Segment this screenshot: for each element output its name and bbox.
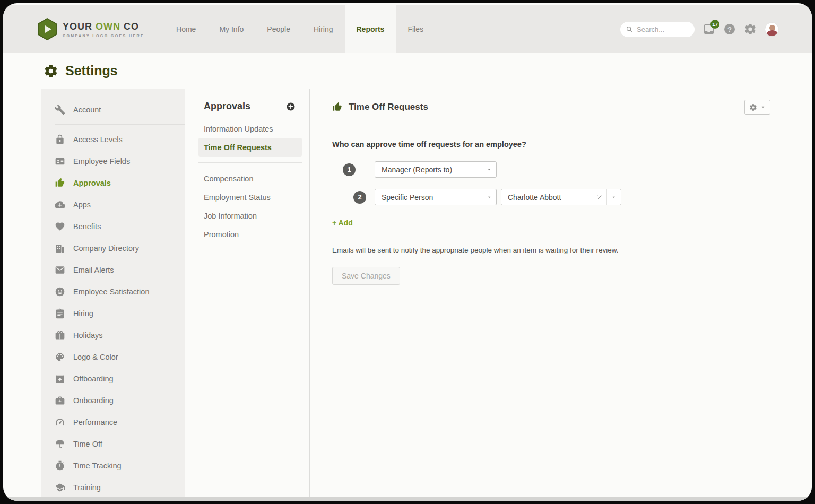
inbox-tray-icon[interactable]: 17 <box>703 23 715 36</box>
sidebar-item-logo-color[interactable]: Logo & Color <box>41 346 185 368</box>
sidebar-item-hiring[interactable]: Hiring <box>41 302 185 324</box>
subnav-item-information-updates[interactable]: Information Updates <box>198 119 302 138</box>
add-approver-link[interactable]: + Add <box>332 219 353 227</box>
nav-people[interactable]: People <box>255 5 302 53</box>
avatar[interactable] <box>765 22 779 37</box>
cloud-icon <box>55 199 65 210</box>
logo-subtitle: COMPANY LOGO GOES HERE <box>63 34 144 38</box>
sidebar-item-benefits[interactable]: Benefits <box>41 215 185 237</box>
sidebar-item-apps[interactable]: Apps <box>41 194 185 215</box>
graduation-cap-icon <box>55 482 65 493</box>
sidebar-item-time-off[interactable]: Time Off <box>41 433 185 455</box>
save-changes-button[interactable]: Save Changes <box>332 267 400 285</box>
thumbs-up-icon <box>332 102 343 112</box>
umbrella-icon <box>55 439 65 449</box>
company-logo[interactable]: YOUR OWN CO COMPANY LOGO GOES HERE <box>37 5 144 53</box>
sidebar-item-onboarding[interactable]: Onboarding <box>41 389 185 411</box>
panel-settings-menu-button[interactable] <box>744 100 770 115</box>
search-icon <box>626 25 633 33</box>
page-header: Settings <box>3 53 812 89</box>
subnav-item-employment-status[interactable]: Employment Status <box>198 188 302 206</box>
nav-files[interactable]: Files <box>396 5 435 53</box>
subnav-item-promotion[interactable]: Promotion <box>198 225 302 244</box>
plus-circle-icon[interactable] <box>286 102 296 111</box>
sidebar-item-employee-fields[interactable]: Employee Fields <box>41 150 185 172</box>
app-window: YOUR OWN CO COMPANY LOGO GOES HERE Home … <box>3 3 812 501</box>
approvals-subnav: Approvals Information Updates Time Off R… <box>185 89 310 501</box>
divider <box>332 125 770 125</box>
sidebar-item-email-alerts[interactable]: Email Alerts <box>41 259 185 281</box>
gauge-icon <box>55 417 65 428</box>
sidebar-item-holidays[interactable]: Holidays <box>41 324 185 346</box>
id-card-icon <box>55 156 65 167</box>
caret-down-icon[interactable] <box>482 162 496 177</box>
subnav-item-job-information[interactable]: Job Information <box>198 206 302 225</box>
divider <box>55 124 185 125</box>
wrench-icon <box>55 105 65 115</box>
caret-down-icon <box>760 105 766 110</box>
gift-icon <box>55 330 65 341</box>
sidebar-item-employee-satisfaction[interactable]: Employee Satisfaction <box>41 281 185 302</box>
clipboard-icon <box>55 308 65 319</box>
lock-icon <box>55 134 65 145</box>
approver-level-1-select[interactable]: Manager (Reports to) <box>375 161 497 178</box>
divider <box>332 237 770 237</box>
nav-reports[interactable]: Reports <box>345 5 396 53</box>
person-select[interactable]: Charlotte Abbott <box>501 189 621 205</box>
heart-icon <box>55 221 65 232</box>
building-icon <box>55 243 65 254</box>
top-right-cluster: 17 <box>620 5 779 53</box>
logo-text: YOUR OWN CO <box>63 21 144 32</box>
bottom-scrollbar-track[interactable] <box>3 497 812 501</box>
thumbs-up-icon <box>55 178 65 188</box>
stopwatch-icon <box>55 460 65 471</box>
logo-hexagon-icon <box>37 18 57 40</box>
top-nav-bar: YOUR OWN CO COMPANY LOGO GOES HERE Home … <box>3 5 812 53</box>
page-title: Settings <box>65 63 118 79</box>
sidebar-item-account[interactable]: Account <box>41 99 185 120</box>
divider <box>198 162 302 163</box>
envelope-icon <box>55 265 65 275</box>
sidebar-item-approvals[interactable]: Approvals <box>41 172 185 194</box>
content-area: Account Access Levels Employee Fields Ap… <box>3 89 812 501</box>
subnav-title: Approvals <box>204 101 250 112</box>
briefcase-icon <box>55 395 65 406</box>
sidebar-item-time-tracking[interactable]: Time Tracking <box>41 455 185 476</box>
sidebar-item-performance[interactable]: Performance <box>41 411 185 433</box>
approver-question: Who can approve time off requests for an… <box>332 140 770 149</box>
caret-down-icon[interactable] <box>482 189 496 205</box>
step-1-badge: 1 <box>343 163 356 176</box>
email-notice: Emails will be sent to notify the approp… <box>332 246 770 254</box>
subnav-item-time-off-requests[interactable]: Time Off Requests <box>198 138 302 157</box>
gear-icon[interactable] <box>744 23 757 36</box>
approver-level-2-select[interactable]: Specific Person <box>375 189 497 205</box>
panel-title: Time Off Requests <box>349 102 428 112</box>
nav-my-info[interactable]: My Info <box>207 5 255 53</box>
subnav-item-compensation[interactable]: Compensation <box>198 169 302 188</box>
nav-home[interactable]: Home <box>164 5 207 53</box>
sidebar-item-company-directory[interactable]: Company Directory <box>41 237 185 259</box>
step-2-badge: 2 <box>353 191 366 204</box>
caret-down-icon[interactable] <box>606 189 621 205</box>
sidebar-item-access-levels[interactable]: Access Levels <box>41 128 185 150</box>
main-panel: Time Off Requests Who can approve time o… <box>310 89 812 501</box>
help-icon[interactable] <box>723 23 736 36</box>
search-input[interactable] <box>637 25 689 33</box>
archive-box-icon <box>55 373 65 384</box>
gear-icon <box>749 103 757 111</box>
settings-sidebar: Account Access Levels Employee Fields Ap… <box>41 89 185 501</box>
notification-badge: 17 <box>710 20 719 29</box>
clear-selection-icon[interactable] <box>593 189 606 205</box>
primary-nav: Home My Info People Hiring Reports Files <box>164 5 435 53</box>
settings-gear-icon <box>44 64 58 79</box>
smiley-icon <box>55 286 65 297</box>
palette-icon <box>55 352 65 362</box>
search-box[interactable] <box>620 22 695 37</box>
sidebar-item-training[interactable]: Training <box>41 476 185 498</box>
sidebar-item-offboarding[interactable]: Offboarding <box>41 368 185 389</box>
nav-hiring[interactable]: Hiring <box>302 5 345 53</box>
approval-steps: 1 Manager (Reports to) 2 Specific Person… <box>332 161 770 205</box>
